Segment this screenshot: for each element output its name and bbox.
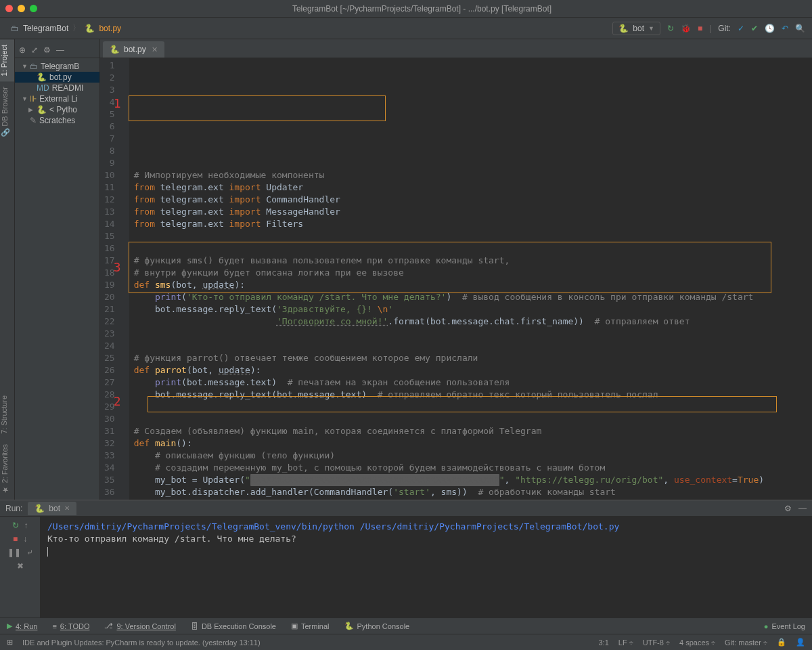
- tree-item[interactable]: 🐍bot.py: [15, 72, 99, 83]
- python-file-icon: 🐍: [85, 24, 95, 33]
- pause-run-button[interactable]: ❚❚: [7, 548, 21, 557]
- run-output[interactable]: /Users/dmitriy/PycharmProjects/TelegramB…: [41, 517, 812, 618]
- code-line[interactable]: [134, 230, 812, 242]
- code-line[interactable]: # описываем функцию (тело функции): [134, 450, 812, 462]
- code-line[interactable]: bot.message.reply_text('Здравствуйте, {}…: [134, 303, 812, 316]
- code-line[interactable]: [134, 340, 812, 352]
- terminal-tab[interactable]: ▣ Terminal: [291, 622, 330, 630]
- code-line[interactable]: # создадим переменную my_bot, с помощью …: [134, 462, 812, 474]
- todo-tool-tab[interactable]: ≡ 6: TODO: [52, 622, 89, 630]
- project-tree[interactable]: ⊕ ⤢ ⚙ — ▼🗀TelegramB🐍bot.pyMDREADMI▼⊪Exte…: [15, 39, 100, 500]
- vcs-tool-tab[interactable]: ⎇ 9: Version Control: [104, 622, 175, 630]
- rerun-button[interactable]: ↻: [12, 521, 19, 530]
- code-line[interactable]: # функция parrot() отвечает темже сообще…: [134, 352, 812, 364]
- run-tab-bot[interactable]: 🐍 bot ✕: [28, 502, 76, 515]
- close-tab-button[interactable]: ✕: [152, 45, 158, 54]
- vcs-commit-button[interactable]: ✔: [751, 24, 758, 33]
- editor-tab-botpy[interactable]: 🐍 bot.py ✕: [103, 41, 164, 58]
- tree-item[interactable]: ▶🐍< Pytho: [15, 104, 99, 115]
- code-line[interactable]: my_bot.dispatcher.add_handler(CommandHan…: [134, 486, 812, 498]
- up-stack-button[interactable]: ↑: [24, 521, 28, 530]
- code-line[interactable]: # Создаем (объявляем) функцию main, кото…: [134, 425, 812, 437]
- cursor-position[interactable]: 3:1: [598, 638, 608, 647]
- run-settings-icon[interactable]: ⚙: [784, 504, 792, 513]
- project-tool-tab[interactable]: 1: Project: [0, 39, 14, 81]
- tree-item[interactable]: MDREADMI: [15, 83, 99, 93]
- status-message[interactable]: IDE and Plugin Updates: PyCharm is ready…: [22, 638, 261, 647]
- window-title: TelegramBot [~/PycharmProjects/TelegramB…: [37, 4, 807, 14]
- breadcrumb-file[interactable]: bot.py: [99, 24, 121, 33]
- tree-item[interactable]: ▼⊪External Li: [15, 93, 99, 104]
- title-bar: TelegramBot [~/PycharmProjects/TelegramB…: [0, 0, 812, 18]
- structure-tool-tab[interactable]: 7: Structure: [0, 390, 14, 439]
- expand-icon[interactable]: ⤢: [31, 45, 38, 55]
- code-line[interactable]: 'Поговорите со мной!'.format(bot.message…: [134, 316, 812, 328]
- vcs-update-button[interactable]: ✓: [738, 24, 744, 33]
- line-ending[interactable]: LF ÷: [618, 638, 633, 647]
- run-tool-tab[interactable]: ▶4: Run: [7, 622, 37, 630]
- code-line[interactable]: print(bot.message.text) # печатаем на эк…: [134, 376, 812, 389]
- annotation-label-1: 1: [114, 98, 121, 110]
- target-icon[interactable]: ⊕: [19, 45, 26, 55]
- code-line[interactable]: def parrot(bot, update):: [134, 364, 812, 376]
- down-stack-button[interactable]: ↓: [23, 534, 27, 544]
- close-window-button[interactable]: [5, 5, 13, 12]
- maximize-window-button[interactable]: [30, 5, 37, 12]
- code-line[interactable]: print('Кто-то отправил команду /start. Ч…: [134, 291, 812, 303]
- code-line[interactable]: [134, 401, 812, 413]
- code-line[interactable]: bot.message.reply_text(bot.message.text)…: [134, 389, 812, 401]
- code-line[interactable]: def sms(bot, update):: [134, 279, 812, 291]
- favorites-tool-tab[interactable]: ★ 2: Favorites: [0, 439, 14, 500]
- event-log-tab[interactable]: ● Event Log: [764, 622, 805, 630]
- stop-run-button[interactable]: ■: [13, 534, 18, 544]
- code-line[interactable]: # функция sms() будет вызвана пользовате…: [134, 255, 812, 267]
- run-panel-title: Run:: [5, 504, 22, 513]
- code-line[interactable]: from telegram.ext import Filters: [134, 218, 812, 230]
- annotation-box-1: [129, 95, 386, 121]
- debug-button[interactable]: 🐞: [681, 24, 691, 33]
- tree-item[interactable]: ✎Scratches: [15, 115, 99, 126]
- code-line[interactable]: # внутри функции будет описана логика пр…: [134, 267, 812, 279]
- hector-icon[interactable]: 👤: [796, 638, 805, 647]
- code-line[interactable]: from telegram.ext import Updater: [134, 181, 812, 194]
- code-line[interactable]: my_bot = Updater("XXXXXXXXXXXXXXXXXXXXXX…: [134, 474, 812, 486]
- db-browser-tab[interactable]: 🔗 DB Browser: [0, 81, 14, 143]
- gear-icon[interactable]: ⚙: [43, 45, 51, 55]
- indent-setting[interactable]: 4 spaces ÷: [679, 638, 715, 647]
- code-line[interactable]: [134, 242, 812, 255]
- line-number-gutter[interactable]: 1234567891011121314151617181920212223242…: [100, 58, 120, 500]
- file-encoding[interactable]: UTF-8 ÷: [643, 638, 670, 647]
- run-controls: ↻↑ ■↓ ❚❚⤶ ✖: [0, 517, 41, 618]
- exit-run-button[interactable]: ✖: [17, 561, 24, 571]
- code-editor[interactable]: 1234567891011121314151617181920212223242…: [100, 58, 812, 500]
- run-panel: Run: 🐍 bot ✕ ⚙ — ↻↑ ■↓ ❚❚⤶ ✖ /Users/dmit…: [0, 500, 812, 618]
- window-tool-icon[interactable]: ⊞: [7, 638, 13, 647]
- stop-button[interactable]: ■: [698, 24, 702, 33]
- lock-icon[interactable]: 🔒: [777, 638, 786, 647]
- code-line[interactable]: from telegram.ext import MessageHandler: [134, 206, 812, 218]
- code-line[interactable]: [134, 328, 812, 340]
- python-console-tab[interactable]: 🐍 Python Console: [344, 622, 410, 630]
- close-run-tab[interactable]: ✕: [64, 504, 70, 512]
- breadcrumb[interactable]: 🗀 TelegramBot 〉 🐍 bot.py: [11, 22, 121, 34]
- vcs-history-button[interactable]: 🕓: [765, 24, 775, 33]
- minimize-window-button[interactable]: [18, 5, 25, 12]
- code-line[interactable]: # Импортируем необходимые компоненты: [134, 169, 812, 181]
- search-everywhere-button[interactable]: 🔍: [795, 24, 805, 33]
- git-branch[interactable]: Git: master ÷: [725, 638, 767, 647]
- code-line[interactable]: def main():: [134, 437, 812, 450]
- collapse-tool-icon[interactable]: —: [56, 45, 64, 55]
- softwrap-button[interactable]: ⤶: [26, 548, 33, 557]
- code-line[interactable]: from telegram.ext import CommandHandler: [134, 194, 812, 206]
- run-configuration-selector[interactable]: 🐍 bot ▼: [612, 22, 660, 35]
- tree-item[interactable]: ▼🗀TelegramB: [15, 61, 99, 72]
- db-console-tab[interactable]: 🗄 DB Execution Console: [191, 622, 276, 630]
- fold-gutter[interactable]: [120, 58, 130, 500]
- collapse-run-icon[interactable]: —: [798, 504, 807, 513]
- run-button[interactable]: ↻: [667, 24, 674, 33]
- code-line[interactable]: [134, 413, 812, 425]
- breadcrumb-project[interactable]: TelegramBot: [23, 24, 68, 33]
- code-line[interactable]: [134, 498, 812, 500]
- vcs-revert-button[interactable]: ↶: [782, 24, 788, 33]
- annotation-label-3: 3: [114, 261, 121, 274]
